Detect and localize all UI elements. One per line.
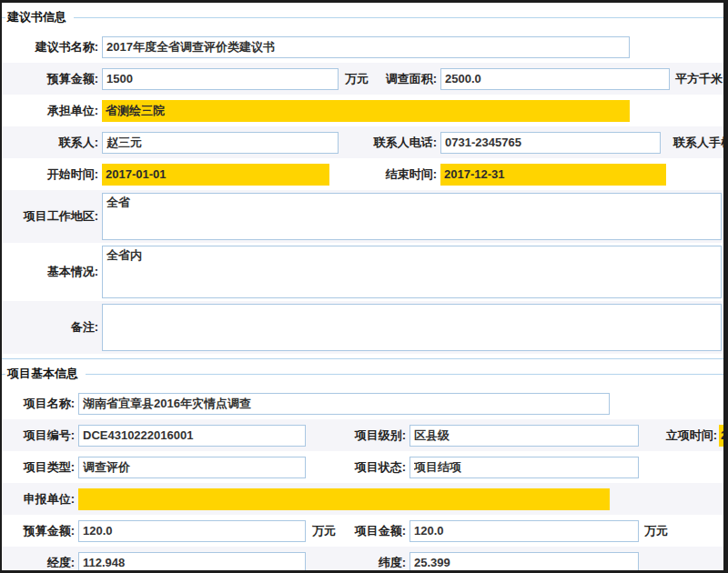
proposal-name-label: 建议书名称:: [2, 39, 98, 55]
latitude-input[interactable]: [410, 552, 639, 573]
project-amount-unit: 万元: [644, 523, 668, 539]
proposal-info-section: 建议书信息 建议书名称: 预算金额: 万元 调查面积: 平方千米 承担单位: 省…: [2, 9, 728, 359]
project-budget-label: 预算金额:: [2, 523, 75, 539]
project-budget-unit: 万元: [312, 523, 336, 539]
approval-time-field[interactable]: 2: [719, 425, 728, 447]
approval-time-label: 立项时间:: [642, 427, 717, 444]
start-date-field[interactable]: 2017-01-01: [102, 164, 329, 186]
proposal-budget-label: 预算金额:: [2, 71, 98, 87]
project-info-section: 项目基本信息 项目名称: 项目编号: 项目级别: 立项时间: 2 项目类型: 项…: [2, 366, 728, 573]
project-status-input[interactable]: [410, 457, 639, 478]
latitude-label: 纬度:: [379, 555, 406, 571]
project-code-label: 项目编号:: [2, 427, 75, 444]
project-amount-label: 项目金额:: [355, 523, 406, 539]
form-row-project-type: 项目类型: 项目状态:: [2, 451, 728, 483]
end-date-label: 结束时间:: [386, 166, 437, 183]
form-row-contact: 联系人: 联系人电话: 联系人手机:: [2, 126, 728, 158]
basic-info-textarea[interactable]: 全省内: [102, 246, 722, 298]
form-row-proposal-budget: 预算金额: 万元 调查面积: 平方千米: [2, 63, 728, 95]
longitude-label: 经度:: [2, 555, 75, 571]
form-row-coordinates: 经度: 纬度:: [2, 547, 728, 573]
project-type-input[interactable]: [78, 457, 306, 478]
declare-org-field[interactable]: [78, 488, 610, 510]
form-row-project-budget: 预算金额: 万元 项目金额: 万元: [2, 515, 728, 547]
proposal-budget-unit: 万元: [345, 71, 369, 87]
form-row-dates: 开始时间: 2017-01-01 结束时间: 2017-12-31: [2, 158, 728, 190]
contact-phone-input[interactable]: [440, 132, 661, 154]
project-code-input[interactable]: [78, 425, 306, 447]
survey-area-input[interactable]: [440, 68, 670, 90]
form-row-proposal-name: 建议书名称:: [2, 31, 728, 63]
start-date-label: 开始时间:: [2, 166, 98, 183]
undertaking-org-label: 承担单位:: [2, 103, 98, 119]
project-budget-input[interactable]: [78, 520, 306, 542]
form-row-project-code: 项目编号: 项目级别: 立项时间: 2: [2, 419, 728, 451]
work-region-label: 项目工作地区:: [2, 208, 98, 225]
remark-textarea[interactable]: [102, 304, 722, 351]
project-name-input[interactable]: [78, 393, 610, 415]
proposal-form-window: 建议书信息 建议书名称: 预算金额: 万元 调查面积: 平方千米 承担单位: 省…: [0, 0, 728, 573]
proposal-name-input[interactable]: [102, 36, 630, 58]
contact-phone-label: 联系人电话:: [374, 135, 437, 151]
end-date-field[interactable]: 2017-12-31: [440, 164, 666, 186]
form-row-remark: 备注:: [2, 301, 728, 354]
remark-label: 备注:: [2, 319, 98, 336]
form-row-work-region: 项目工作地区: 全省: [2, 190, 728, 243]
proposal-info-title: 建议书信息: [5, 9, 74, 25]
project-type-label: 项目类型:: [2, 459, 75, 476]
project-status-label: 项目状态:: [355, 459, 406, 476]
contact-input[interactable]: [102, 132, 339, 154]
longitude-input[interactable]: [78, 552, 306, 573]
form-row-declare-org: 申报单位:: [2, 483, 728, 515]
proposal-budget-input[interactable]: [102, 68, 339, 90]
survey-area-label: 调查面积:: [386, 71, 437, 87]
project-amount-input[interactable]: [410, 520, 639, 542]
form-row-undertaking-org: 承担单位: 省测绘三院: [2, 95, 728, 126]
undertaking-org-field[interactable]: 省测绘三院: [102, 100, 630, 122]
work-region-textarea[interactable]: 全省: [102, 193, 722, 240]
survey-area-unit: 平方千米: [675, 71, 723, 87]
project-info-title: 项目基本信息: [5, 366, 86, 382]
project-level-label: 项目级别:: [355, 427, 406, 444]
contact-mobile-label: 联系人手机:: [673, 135, 728, 151]
project-name-label: 项目名称:: [2, 396, 75, 412]
contact-label: 联系人:: [2, 135, 98, 151]
form-row-project-name: 项目名称:: [2, 387, 728, 419]
form-row-basic-info: 基本情况: 全省内: [2, 243, 728, 301]
declare-org-label: 申报单位:: [2, 491, 75, 508]
basic-info-label: 基本情况:: [2, 264, 98, 280]
project-level-input[interactable]: [410, 425, 639, 447]
